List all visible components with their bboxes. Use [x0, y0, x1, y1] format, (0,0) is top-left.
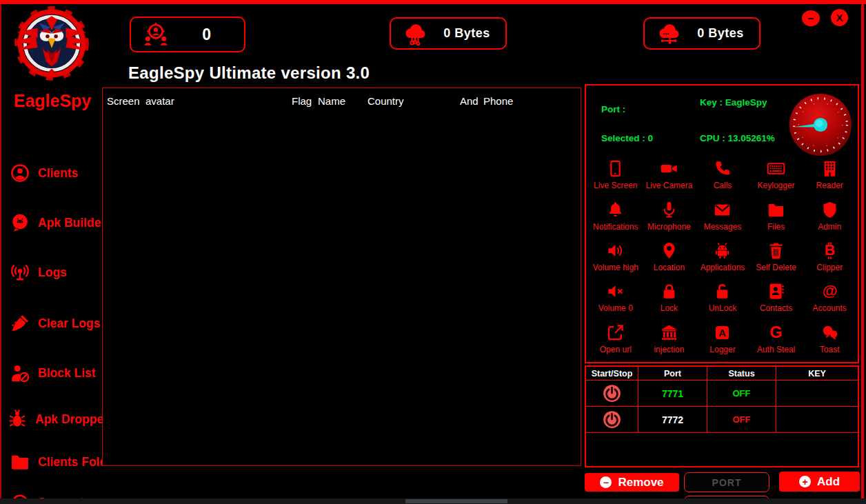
action-label: Live Screen	[594, 181, 637, 190]
action-logger[interactable]: Logger	[696, 319, 749, 359]
action-calls[interactable]: Calls	[696, 154, 749, 195]
action-lock[interactable]: Lock	[643, 277, 696, 318]
action-label: Reader	[816, 181, 843, 190]
add-port-button[interactable]: + Add	[779, 472, 860, 492]
port-row-7772: 7772 OFF	[586, 407, 858, 433]
window-top-border	[0, 0, 866, 4]
block-list-icon	[10, 363, 30, 383]
volume-0-icon	[606, 282, 625, 301]
sidebar-item-apk-dropper[interactable]: Apk Dropper	[7, 407, 108, 431]
microphone-icon	[660, 201, 678, 219]
action-microphone[interactable]: Microphone	[643, 195, 696, 236]
app-logo	[7, 6, 97, 90]
open-url-icon	[606, 323, 625, 342]
remove-button-label: Remove	[618, 476, 663, 490]
minus-circle-icon: −	[600, 476, 612, 488]
column-phone: Phone	[483, 95, 513, 107]
action-applications[interactable]: Applications	[696, 236, 749, 277]
selected-count: Selected : 0	[601, 133, 653, 143]
action-clipper[interactable]: Clipper	[803, 236, 856, 277]
action-label: Clipper	[816, 263, 843, 272]
sidebar-item-label: Clear Logs	[38, 316, 100, 331]
cpu-gauge	[787, 92, 854, 158]
notifications-icon	[606, 201, 625, 219]
upload-bytes-value: 0 Bytes	[428, 26, 505, 41]
action-label: Volume high	[593, 263, 638, 272]
actions-grid: Live Screen Live Camera Calls Keylogger …	[589, 154, 856, 359]
power-toggle-icon[interactable]	[603, 384, 621, 403]
action-unlock[interactable]: UnLock	[696, 277, 749, 318]
window-left-border	[0, 4, 1, 504]
applications-icon	[713, 241, 732, 260]
auth-steal-icon	[767, 323, 785, 342]
action-live-camera[interactable]: Live Camera	[643, 154, 696, 195]
action-volume-0[interactable]: Volume 0	[589, 277, 643, 318]
apk-builder-icon	[10, 212, 30, 233]
upload-bytes-box[interactable]: 0 Bytes	[390, 17, 507, 50]
location-icon	[660, 241, 678, 260]
power-toggle-icon[interactable]	[603, 410, 621, 429]
remove-port-button[interactable]: − Remove	[585, 473, 679, 492]
port-row-7771: 7771 OFF	[586, 381, 858, 407]
clients-table[interactable]: Screen avatar Flag Name Country And Phon…	[102, 88, 581, 466]
action-messages[interactable]: Messages	[696, 195, 749, 236]
cpu-usage: CPU : 13.05261%	[700, 133, 775, 143]
status-value: OFF	[707, 381, 776, 406]
window-minimize-button[interactable]: −	[802, 10, 820, 26]
clients-count-value: 0	[170, 26, 244, 44]
action-admin[interactable]: Admin	[803, 195, 856, 236]
port-value: 7771	[638, 381, 707, 406]
logger-icon	[713, 323, 732, 342]
clients-count-box[interactable]: 0	[130, 17, 245, 52]
volume-high-icon	[606, 241, 625, 260]
action-toast[interactable]: Toast	[803, 319, 856, 359]
action-notifications[interactable]: Notifications	[589, 195, 643, 236]
action-volume-high[interactable]: Volume high	[589, 236, 643, 277]
calls-icon	[713, 159, 732, 178]
cloud-upload-icon	[402, 21, 428, 47]
self-delete-icon	[767, 241, 785, 260]
action-contacts[interactable]: Contacts	[749, 277, 803, 318]
action-label: Open url	[600, 345, 632, 354]
column-country: Country	[367, 95, 404, 107]
files-icon	[767, 201, 785, 219]
sidebar-item-clients[interactable]: Clients	[10, 161, 78, 185]
action-label: Contacts	[760, 303, 792, 313]
action-open-url[interactable]: Open url	[589, 319, 643, 359]
sidebar-item-apk-builder[interactable]: Apk Builder	[10, 211, 105, 234]
action-location[interactable]: Location	[643, 236, 696, 277]
action-auth-steal[interactable]: Auth Steal	[749, 319, 803, 359]
action-label: Logger	[709, 345, 735, 354]
sidebar-item-clear-logs[interactable]: Clear Logs	[10, 312, 100, 335]
action-label: Lock	[661, 303, 678, 313]
sidebar-item-label: Block List	[38, 366, 96, 381]
key-cell	[776, 407, 858, 432]
action-live-screen[interactable]: Live Screen	[589, 154, 643, 195]
sidebar-item-block-list[interactable]: Block List	[10, 361, 96, 385]
toast-icon	[820, 323, 839, 342]
action-label: Microphone	[647, 222, 691, 232]
column-flag: Flag	[292, 95, 312, 107]
action-accounts[interactable]: Accounts	[803, 277, 856, 318]
action-label: Calls	[714, 181, 732, 190]
action-keylogger[interactable]: Keylogger	[749, 154, 803, 195]
column-status: Status	[707, 367, 776, 380]
action-self-delete[interactable]: Self Delete	[749, 236, 803, 277]
action-label: Auth Steal	[757, 345, 795, 354]
minimize-icon: −	[808, 12, 814, 24]
action-injection[interactable]: injection	[643, 319, 696, 359]
port-input[interactable]	[684, 472, 769, 492]
action-label: injection	[654, 345, 684, 354]
sidebar-item-label: Logs	[38, 265, 67, 280]
action-files[interactable]: Files	[749, 195, 803, 236]
live-screen-icon	[606, 159, 625, 178]
clients-icon	[10, 163, 30, 183]
messages-icon	[713, 201, 732, 219]
sidebar-item-logs[interactable]: Logs	[10, 261, 67, 284]
status-value: OFF	[707, 407, 776, 432]
clients-folder-icon	[10, 452, 30, 472]
window-close-button[interactable]: X	[831, 9, 848, 26]
action-label: Accounts	[813, 303, 847, 313]
download-bytes-box[interactable]: 0 Bytes	[643, 17, 761, 50]
action-reader[interactable]: Reader	[803, 154, 856, 195]
